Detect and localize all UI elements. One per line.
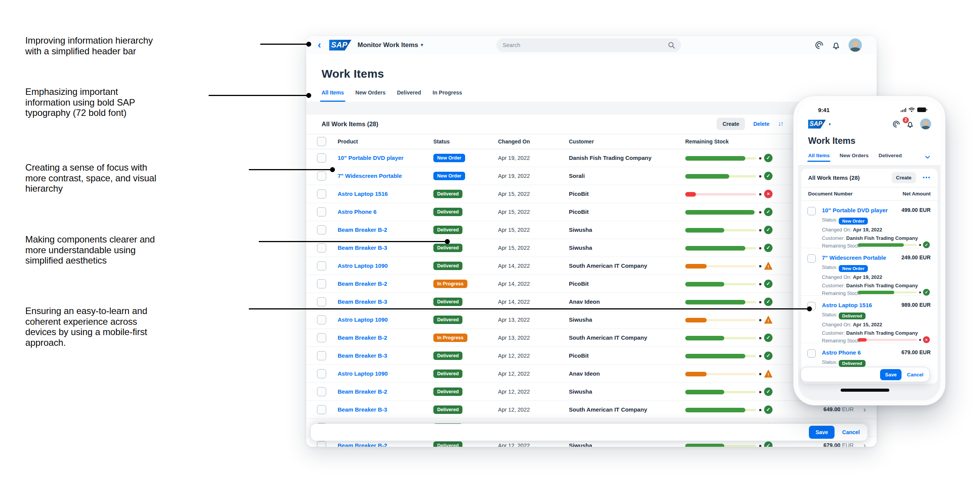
tab-delivered[interactable]: Delivered (397, 90, 421, 102)
home-indicator[interactable] (841, 389, 889, 392)
row-checkbox[interactable] (317, 315, 326, 324)
product-link[interactable]: 10" Portable DVD player (338, 155, 403, 161)
bell-icon[interactable] (831, 41, 841, 50)
product-link[interactable]: Beam Breaker B-3 (338, 406, 387, 413)
search-icon[interactable] (668, 41, 676, 49)
user-avatar[interactable] (848, 38, 862, 52)
row-checkbox[interactable] (317, 441, 326, 447)
check-icon: ✓ (764, 244, 773, 252)
app-title[interactable]: Monitor Work Items▾ (358, 41, 423, 49)
customer-label: Customer: (822, 330, 846, 336)
table-row[interactable]: Beam Breaker B-2DeliveredApr 15, 2022Siw… (306, 221, 877, 239)
row-checkbox[interactable] (317, 405, 326, 414)
cancel-button[interactable]: Cancel (907, 372, 923, 378)
tab-new-orders[interactable]: New Orders (840, 153, 869, 162)
stock-track (685, 229, 756, 231)
table-row[interactable]: Beam Breaker B-2DeliveredApr 12, 2022Siw… (306, 383, 877, 401)
save-button[interactable]: Save (880, 369, 902, 380)
overflow-menu-icon[interactable] (923, 177, 930, 178)
row-checkbox[interactable] (807, 207, 816, 215)
list-item[interactable]: 7" Widescreen Portable249.00 EURStatus: … (801, 248, 938, 296)
product-link[interactable]: Beam Breaker B-2 (338, 388, 387, 395)
row-checkbox[interactable] (317, 279, 326, 288)
product-link[interactable]: Beam Breaker B-2 (338, 280, 387, 287)
delete-button[interactable]: Delete (753, 121, 769, 127)
table-row[interactable]: Astro Laptop 1090DeliveredApr 13, 2022Si… (306, 311, 877, 329)
product-link[interactable]: Beam Breaker B-3 (338, 352, 387, 359)
row-checkbox[interactable] (317, 333, 326, 342)
row-checkbox[interactable] (317, 351, 326, 360)
row-checkbox[interactable] (317, 207, 326, 217)
row-checkbox[interactable] (317, 225, 326, 234)
table-title: All Work Items (28) (322, 120, 378, 128)
row-checkbox[interactable] (317, 369, 326, 378)
copilot-icon[interactable] (815, 41, 824, 50)
sort-icon[interactable]: ↓↑ (778, 120, 783, 128)
tab-in-progress[interactable]: In Progress (433, 90, 462, 102)
annotation-connector-5 (249, 308, 809, 309)
product-link[interactable]: Astro Laptop 1090 (338, 370, 388, 377)
row-checkbox[interactable] (317, 153, 326, 163)
table-row[interactable]: Beam Breaker B-2In ProgressApr 13, 2022S… (306, 329, 877, 347)
row-checkbox[interactable] (317, 261, 326, 270)
back-chevron-icon[interactable]: ‹ (318, 39, 321, 50)
row-checkbox[interactable] (317, 387, 326, 396)
product-link[interactable]: Astro Laptop 1090 (338, 316, 388, 323)
product-link[interactable]: Astro Phone 6 (822, 349, 861, 356)
product-link[interactable]: Beam Breaker B-2 (338, 442, 387, 447)
list-item[interactable]: Astro Laptop 1516989.00 EURStatus: Deliv… (801, 296, 938, 343)
column-header: Changed On (498, 138, 530, 145)
product-link[interactable]: Astro Laptop 1516 (338, 190, 388, 197)
row-chevron-icon[interactable]: › (863, 441, 866, 447)
tab-all-items[interactable]: All Items (808, 153, 830, 162)
tab-new-orders[interactable]: New Orders (355, 90, 385, 102)
status-badge: New Order (839, 218, 868, 225)
table-row[interactable]: Beam Breaker B-3DeliveredApr 12, 2022Pic… (306, 347, 877, 365)
remaining-stock-bar: ✓ (685, 329, 785, 347)
select-all-checkbox[interactable] (317, 137, 326, 146)
product-link[interactable]: Beam Breaker B-3 (338, 298, 387, 305)
product-link[interactable]: Beam Breaker B-2 (338, 334, 387, 341)
user-avatar[interactable] (920, 118, 931, 130)
row-checkbox[interactable] (317, 243, 326, 252)
create-button[interactable]: Create (892, 172, 916, 183)
create-button[interactable]: Create (717, 118, 745, 130)
product-link[interactable]: 7" Widescreen Portable (822, 254, 886, 261)
status-bar-icons (901, 107, 926, 112)
chevron-down-icon[interactable]: ▾ (829, 122, 831, 126)
row-checkbox[interactable] (807, 254, 816, 263)
save-button[interactable]: Save (809, 426, 835, 439)
table-row[interactable]: Beam Breaker B-2In ProgressApr 14, 2022P… (306, 275, 877, 293)
stock-track (685, 319, 756, 321)
product-link[interactable]: Beam Breaker B-3 (338, 244, 387, 251)
table-row[interactable]: Astro Laptop 1090DeliveredApr 12, 2022An… (306, 365, 877, 383)
table-row[interactable]: Beam Breaker B-3DeliveredApr 12, 2022Sou… (306, 401, 877, 419)
cancel-button[interactable]: Cancel (842, 429, 860, 435)
product-link[interactable]: Beam Breaker B-2 (338, 226, 387, 233)
table-row[interactable]: Astro Laptop 1090DeliveredApr 14, 2022So… (306, 257, 877, 275)
tab-all-items[interactable]: All Items (322, 90, 344, 102)
product-link[interactable]: 10" Portable DVD player (822, 207, 888, 213)
product-link[interactable]: Astro Laptop 1516 (822, 302, 872, 308)
row-checkbox[interactable] (807, 349, 816, 358)
table-row[interactable]: Astro Laptop 1516DeliveredApr 15, 2022Pi… (306, 185, 877, 203)
copilot-icon[interactable] (892, 120, 900, 128)
search-input[interactable] (497, 38, 681, 52)
product-link[interactable]: Astro Phone 6 (338, 208, 377, 215)
row-chevron-icon[interactable]: › (863, 405, 866, 414)
table-row[interactable]: 10" Portable DVD playerNew OrderApr 19, … (306, 149, 877, 167)
tab-delivered[interactable]: Delivered (879, 153, 902, 162)
list-item[interactable]: 10" Portable DVD player499.00 EURStatus:… (801, 201, 938, 248)
table-row[interactable]: Astro Phone 6DeliveredApr 15, 2022PicoBi… (306, 203, 877, 221)
status-badge: Delivered (433, 441, 462, 447)
table-row[interactable]: 7" Widescreen PortableNew OrderApr 19, 2… (306, 167, 877, 185)
check-icon: ✓ (764, 154, 773, 162)
row-checkbox[interactable] (317, 171, 326, 181)
status-badge: Delivered (839, 313, 866, 319)
tabs-overflow-chevron-icon[interactable] (924, 154, 931, 160)
row-checkbox[interactable] (317, 189, 326, 199)
product-link[interactable]: 7" Widescreen Portable (338, 173, 402, 179)
product-link[interactable]: Astro Laptop 1090 (338, 262, 388, 269)
bell-icon[interactable]: 2 (906, 120, 914, 128)
row-checkbox[interactable] (317, 297, 326, 306)
